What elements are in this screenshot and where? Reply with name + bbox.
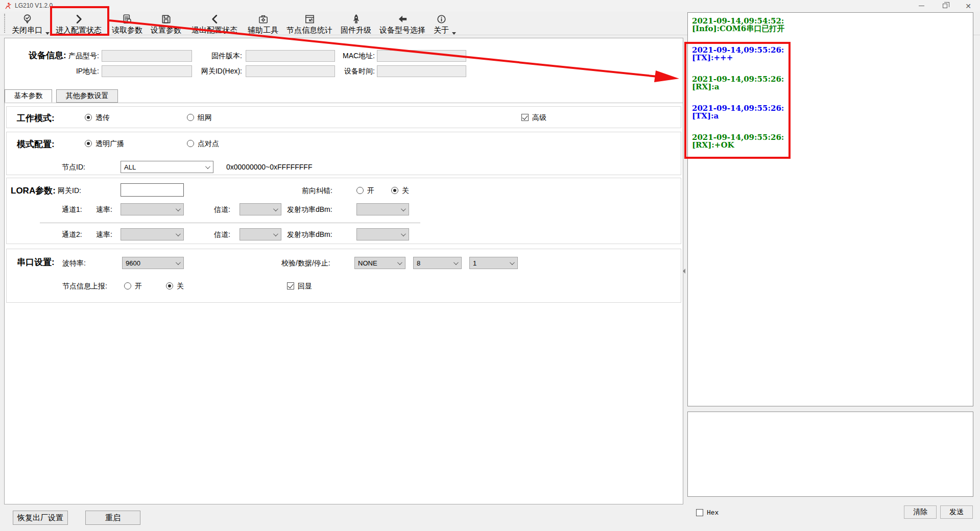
- toolbar-close-serial[interactable]: 关闭串口: [8, 12, 46, 35]
- toolbar-enter-config[interactable]: 进入配置状态: [50, 12, 108, 35]
- chevron-down-icon: [397, 260, 402, 265]
- node-report-option-label: 开: [135, 282, 142, 291]
- toolbar-label: 退出配置状态: [192, 26, 237, 34]
- lora-params-title: LORA参数:: [11, 185, 56, 197]
- factory-reset-button[interactable]: 恢复出厂设置: [13, 511, 68, 525]
- log-text: [TX]:+++: [692, 54, 969, 62]
- info-circle-icon: [436, 13, 447, 26]
- node-id-select[interactable]: ALL: [121, 161, 213, 173]
- channel1-power-select[interactable]: [356, 203, 409, 215]
- fec-label: 前向纠错:: [302, 186, 332, 196]
- mode-radio-p2p[interactable]: [187, 140, 194, 147]
- ip-address-input[interactable]: [102, 65, 192, 77]
- channel1-rate-select[interactable]: [121, 203, 184, 215]
- log-entry: 2021-09-14,09:55:26: [RX]:a: [692, 76, 969, 91]
- ip-address-label: IP地址:: [58, 67, 99, 76]
- lora-params-section: LORA参数: 网关ID: 前向纠错: 开 关 通道1: 速率: 信道: 发射功…: [6, 178, 681, 244]
- serial-pin-check-icon: [21, 13, 33, 26]
- mac-address-label: MAC地址:: [335, 52, 375, 61]
- toolbar-exit-config[interactable]: 退出配置状态: [185, 12, 244, 35]
- work-mode-section: 工作模式: 透传 组网 高级: [6, 106, 681, 128]
- channel2-channel-select[interactable]: [240, 228, 281, 240]
- advanced-checkbox[interactable]: [521, 114, 529, 121]
- mode-radio-broadcast[interactable]: [85, 140, 92, 147]
- send-textarea[interactable]: [688, 412, 973, 496]
- channel1-label: 通道1:: [62, 205, 82, 214]
- log-output-panel[interactable]: 2021-09-14,09:54:52: [Info]:COM6串口已打开 20…: [687, 12, 973, 406]
- log-entry: 2021-09-14,09:55:26: [RX]:+OK: [692, 134, 969, 149]
- channel1-channel-select[interactable]: [240, 203, 281, 215]
- work-mode-radio-transparent[interactable]: [85, 114, 92, 121]
- tab-strip-line: [5, 103, 683, 103]
- node-report-radio-off[interactable]: [166, 282, 173, 289]
- product-model-label: 产品型号:: [58, 52, 99, 61]
- work-mode-title: 工作模式:: [17, 112, 55, 124]
- chevron-down-icon: [273, 206, 278, 211]
- echo-checkbox[interactable]: [287, 282, 294, 289]
- log-entry: 2021-09-14,09:55:26: [TX]:+++: [692, 46, 969, 62]
- send-input-panel: [687, 412, 973, 497]
- node-report-label: 节点信息上报:: [62, 282, 107, 291]
- channel2-power-select[interactable]: [356, 228, 409, 240]
- mode-config-title: 模式配置:: [17, 138, 55, 150]
- mac-address-input[interactable]: [377, 50, 466, 62]
- toolbar-firmware-upgrade[interactable]: 固件升级: [337, 12, 375, 35]
- chevron-down-icon: [510, 260, 515, 265]
- stopbits-select[interactable]: 1: [469, 257, 518, 269]
- minimize-icon: [919, 6, 924, 6]
- toolbar-model-select[interactable]: 设备型号选择: [375, 12, 429, 35]
- stopbits-value: 1: [473, 259, 476, 267]
- toolbar-aux-tools[interactable]: 辅助工具: [244, 12, 282, 35]
- fec-radio-off[interactable]: [391, 187, 398, 194]
- log-entry: 2021-09-14,09:54:52: [Info]:COM6串口已打开: [692, 17, 969, 33]
- work-mode-option-label: 透传: [95, 113, 110, 123]
- back-arrow-icon: [397, 13, 409, 26]
- toolbar-read-params[interactable]: 读取参数: [108, 12, 147, 35]
- echo-label: 回显: [298, 282, 312, 291]
- tab-basic-params[interactable]: 基本参数: [5, 89, 52, 103]
- node-id-hint: 0x00000000~0xFFFFFFFF: [226, 163, 312, 171]
- tab-other-params[interactable]: 其他参数设置: [56, 89, 118, 103]
- toolbar-set-params[interactable]: 设置参数: [147, 12, 185, 35]
- fec-radio-on[interactable]: [356, 187, 364, 194]
- firmware-version-input[interactable]: [246, 50, 335, 62]
- toolbar-grip[interactable]: [4, 14, 6, 33]
- gateway-id-hex-input[interactable]: [246, 65, 335, 77]
- chevron-down-icon: [176, 231, 181, 236]
- product-model-input[interactable]: [102, 50, 192, 62]
- chevron-down-icon: [401, 231, 406, 236]
- send-button[interactable]: 发送: [940, 505, 973, 519]
- lora-gateway-id-input[interactable]: [121, 183, 184, 197]
- toolbar-label: 关闭串口: [12, 26, 42, 34]
- toolbar-label: 固件升级: [341, 26, 371, 34]
- channel2-rate-select[interactable]: [121, 228, 184, 240]
- toolbar-node-stats[interactable]: 节点信息统计: [282, 12, 337, 35]
- restart-button[interactable]: 重启: [85, 511, 140, 525]
- gateway-id-hex-label: 网关ID(Hex):: [192, 67, 242, 76]
- parity-value: NONE: [358, 259, 377, 267]
- clear-button[interactable]: 清除: [904, 505, 937, 519]
- work-mode-radio-network[interactable]: [187, 114, 194, 121]
- baud-rate-select[interactable]: 9600: [122, 257, 184, 269]
- toolbar-label: 设备型号选择: [379, 26, 425, 34]
- device-time-input[interactable]: [377, 65, 466, 77]
- parity-select[interactable]: NONE: [354, 257, 405, 269]
- databits-select[interactable]: 8: [413, 257, 462, 269]
- channel1-channel-label: 信道:: [214, 205, 230, 214]
- chevron-right-icon: [73, 13, 85, 26]
- restore-button[interactable]: [933, 0, 957, 12]
- lora-gateway-id-label: 网关ID:: [58, 186, 81, 196]
- chevron-down-icon: [176, 260, 181, 265]
- hex-checkbox[interactable]: [696, 509, 703, 516]
- node-report-radio-on[interactable]: [124, 282, 131, 289]
- toolbar-about[interactable]: 关于: [429, 12, 453, 35]
- close-button[interactable]: ✕: [957, 0, 980, 12]
- fec-option-label: 开: [367, 186, 374, 196]
- serial-settings-title: 串口设置:: [17, 256, 55, 268]
- serial-settings-section: 串口设置: 波特率: 9600 校验/数据/停止: NONE 8 1 节点信息上…: [6, 249, 681, 303]
- panel-splitter[interactable]: [682, 38, 686, 504]
- chevron-down-icon: [176, 206, 181, 211]
- node-report-option-label: 关: [177, 282, 184, 291]
- minimize-button[interactable]: [910, 0, 933, 12]
- node-id-value: ALL: [124, 163, 136, 171]
